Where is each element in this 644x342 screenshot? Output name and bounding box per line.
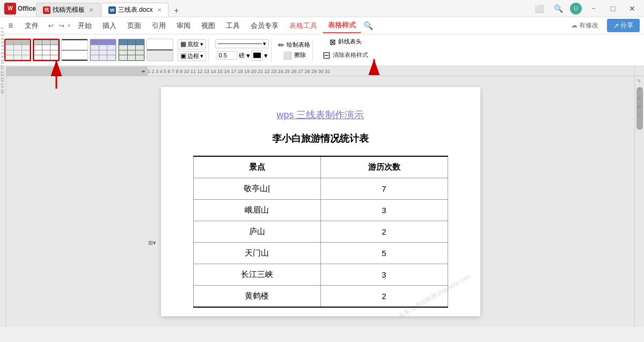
tab-doc-label: 三线表.docx	[118, 5, 153, 14]
ruler-numbers: 1 2 3 4 5 6 7 8 9 10 11 12 13 14 15 16 1…	[148, 69, 330, 74]
side-tool-4[interactable]: ⚙	[637, 104, 641, 110]
line-width-input[interactable]	[217, 51, 237, 60]
new-tab-button[interactable]: +	[170, 5, 184, 17]
doc-area: ⊞▾ wps 三线表制作演示 李小白旅游情况统计表 景点 游历次数 敬亭山 7	[6, 76, 634, 327]
table-row: 峨眉山 3	[193, 200, 448, 221]
undo-redo-group: ↩ ↪ ▾	[46, 21, 70, 31]
clear-table-style-label: 清除表格样式	[333, 51, 368, 59]
title-bar-right: ⬜ 🔍 U － □ ✕	[531, 3, 640, 14]
table-header: 景点 游历次数	[193, 156, 448, 178]
undo-dropdown[interactable]: ▾	[68, 23, 70, 28]
table-cell-scenery-5: 长江三峡	[193, 264, 320, 286]
clear-table-style-btn[interactable]: ⊟ 清除表格样式	[319, 48, 371, 63]
draw-table-row: ✏ 绘制表格	[278, 41, 310, 49]
table-col-visits: 游历次数	[320, 156, 448, 178]
tab-doc-close[interactable]: ✕	[157, 7, 162, 13]
style-swatch-1[interactable]	[4, 39, 31, 61]
eraser-row: ⬜ 擦除	[283, 51, 306, 60]
clear-icon: ⊟	[323, 49, 331, 61]
ruler-right-edge	[634, 67, 644, 76]
table-row: 天门山 5	[193, 243, 448, 264]
style-swatch-2[interactable]	[33, 39, 60, 61]
menu-member[interactable]: 会员专享	[245, 19, 284, 33]
menu-hamburger-icon[interactable]: ≡	[4, 19, 17, 32]
menu-table-tools[interactable]: 表格工具	[284, 19, 323, 33]
search-btn[interactable]: 🔍	[551, 3, 566, 14]
side-tool-2[interactable]: ↗	[637, 87, 641, 92]
style-swatch-6[interactable]	[147, 39, 173, 61]
avatar-btn[interactable]: U	[570, 3, 582, 14]
table-cell-visits-2: 3	[320, 200, 448, 221]
tab-template[interactable]: 找 找稿壳模板 ✕	[36, 3, 100, 17]
menu-view[interactable]: 视图	[196, 19, 221, 33]
line-unit: 磅	[239, 52, 245, 60]
table-cell-scenery-1[interactable]: 敬亭山	[193, 178, 320, 200]
side-tool-5[interactable]: ?	[638, 113, 640, 118]
side-tool-6[interactable]: ⋯	[637, 121, 642, 127]
menu-reference[interactable]: 引用	[147, 19, 171, 33]
tab-template-close[interactable]: ✕	[89, 7, 93, 13]
share-icon: ↗	[613, 22, 619, 30]
main-area: 1 2 3 4 5 6 7 8 9 10 11 12 13 14 15 ⊞▾ w…	[0, 76, 644, 327]
undo-btn[interactable]: ↩	[46, 21, 56, 31]
wps-logo-icon: W	[4, 3, 16, 14]
side-tools: ✎ ↗ A ⚙ ? ⋯	[634, 76, 644, 127]
line-style-group: ▾ 磅 ▾ ▾	[213, 38, 272, 62]
line-width-row: 磅 ▾ ▾	[217, 50, 268, 61]
table-cell-visits-3: 2	[320, 221, 448, 243]
border-icon: ▣	[180, 52, 186, 60]
menu-tools[interactable]: 工具	[221, 19, 245, 33]
side-tool-1[interactable]: ✎	[637, 78, 641, 84]
doc-table: 景点 游历次数 敬亭山 7 峨眉山 3 庐山 2	[193, 156, 448, 308]
share-button[interactable]: ↗ 分享	[607, 19, 640, 32]
close-btn[interactable]: ✕	[625, 3, 640, 14]
line-style-select[interactable]: ▾	[215, 39, 269, 48]
redo-btn[interactable]: ↪	[57, 21, 67, 31]
diagonal-row: ⊠ 斜线表头	[330, 38, 362, 46]
style-swatch-4[interactable]	[90, 39, 116, 61]
minimize-btn[interactable]: －	[586, 3, 601, 14]
ruler-left-margin: ◂▸	[6, 67, 148, 76]
share-label: 分享	[620, 21, 633, 30]
border-dropdown[interactable]: ▣ 边框 ▾	[178, 51, 206, 61]
border-arrow: ▾	[200, 53, 203, 60]
table-cell-scenery-3: 庐山	[193, 221, 320, 243]
toolbar: ▦ 底纹 ▾ ▣ 边框 ▾ ▾ 磅 ▾ ▾ ✏ 绘制表格	[0, 34, 644, 67]
draw-icon: ✏	[278, 41, 284, 49]
menu-review[interactable]: 审阅	[171, 19, 196, 33]
menu-file[interactable]: 文件	[19, 19, 44, 33]
menu-insert[interactable]: 插入	[97, 19, 122, 33]
wps-logo: W W Office	[4, 3, 36, 14]
restore-btn[interactable]: ⬜	[531, 3, 546, 14]
table-cell-visits-1: 7	[320, 178, 448, 200]
table-col-scenery: 景点	[193, 156, 320, 178]
right-scrollbar[interactable]: ✎ ↗ A ⚙ ? ⋯	[634, 76, 644, 327]
menu-bar: ≡ 文件 ↩ ↪ ▾ 开始 插入 页面 引用 审阅 视图 工具 会员专享 表格工…	[0, 17, 644, 34]
maximize-btn[interactable]: □	[605, 3, 620, 14]
draw-table-label: 绘制表格	[287, 41, 310, 49]
menu-start[interactable]: 开始	[72, 19, 97, 33]
line-unit-arrow: ▾	[246, 52, 250, 60]
menu-page[interactable]: 页面	[122, 19, 147, 33]
text-cursor	[268, 184, 270, 193]
shading-dropdown[interactable]: ▦ 底纹 ▾	[178, 39, 206, 49]
doc-handle[interactable]: ⊞▾	[148, 239, 156, 246]
doc-title-link[interactable]: wps 三线表制作演示	[193, 108, 448, 121]
style-swatch-5[interactable]	[118, 39, 145, 61]
ribbon-search-icon[interactable]: 🔍	[363, 21, 374, 31]
menu-table-style[interactable]: 表格样式	[323, 18, 361, 33]
color-picker-btn[interactable]	[252, 50, 262, 61]
table-row: 庐山 2	[193, 221, 448, 243]
modify-text: 有修改	[579, 21, 598, 29]
shading-icon: ▦	[180, 40, 186, 48]
side-tool-3[interactable]: A	[638, 96, 641, 101]
table-cell-scenery-2: 峨眉山	[193, 200, 320, 221]
ruler-middle: 1 2 3 4 5 6 7 8 9 10 11 12 13 14 15 16 1…	[148, 67, 634, 76]
diagonal-clear-group: ⊠ 斜线表头 ⊟ 清除表格样式	[317, 37, 374, 64]
style-swatch-3[interactable]	[61, 39, 88, 61]
tab-doc[interactable]: W 三线表.docx ✕	[101, 3, 169, 17]
left-ruler: 1 2 3 4 5 6 7 8 9 10 11 12 13 14 15	[0, 76, 6, 327]
eraser-label: 擦除	[294, 51, 306, 59]
color-swatch	[253, 53, 261, 58]
tab-template-label: 找稿壳模板	[53, 5, 85, 14]
